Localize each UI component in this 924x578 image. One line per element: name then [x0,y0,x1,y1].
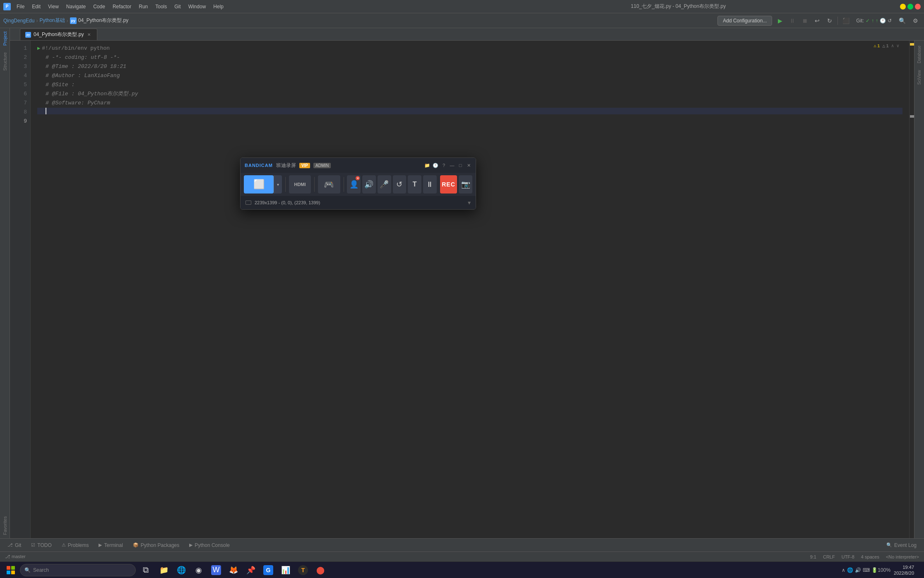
menu-git[interactable]: Git [171,3,184,10]
bandicam-maximize-button[interactable]: □ [457,162,463,168]
settings-arrow-button[interactable]: ↺ [393,175,407,193]
add-configuration-button[interactable]: Add Configuration... [717,16,772,26]
show-desktop-button[interactable] [917,563,921,577]
file-explorer-button[interactable]: 📁 [156,563,172,578]
line-9-indent [37,108,46,114]
tray-input-icon[interactable]: ⌨ [863,567,870,573]
collapse-warnings-button[interactable]: ∨ [896,41,899,51]
line-7-indent [37,99,46,108]
edge-button[interactable]: 🌐 [173,563,190,578]
git-arrow-icon: ↑ [876,18,878,24]
cursor-position-status[interactable]: 9:1 [808,554,818,559]
hdmi-mode-button[interactable]: HDMI [289,175,311,193]
reload-button[interactable]: ↻ [824,15,835,26]
tray-expand-icon[interactable]: ∧ [842,567,845,573]
bottom-tab-problems[interactable]: ⚠ Problems [58,539,93,551]
menu-file[interactable]: File [13,3,28,10]
text-overlay-button[interactable]: T [408,175,421,193]
mic-button[interactable]: 🎤 [378,175,391,193]
start-button[interactable] [3,563,18,578]
expand-status-button[interactable]: ▾ [468,199,471,206]
sidebar-item-structure[interactable]: Structure [2,49,8,74]
breadcrumb-root[interactable]: QingDengEdu [3,18,34,24]
tray-network-icon[interactable]: 🌐 [847,567,853,573]
code-line-9[interactable] [37,108,902,114]
rerun-button[interactable]: ↩ [812,15,823,26]
volume-button[interactable]: 🔊 [362,175,376,193]
game-mode-button[interactable]: 🎮 [318,175,340,193]
chrome-button[interactable]: ◉ [190,563,207,578]
interpreter-status[interactable]: <No interpreter> [884,554,921,559]
bottom-tab-terminal[interactable]: ▶ Terminal [94,539,127,551]
line-5-content: # @Site : [46,80,75,89]
tray-speaker-icon[interactable]: 🔊 [855,567,861,573]
bandicam-close-button[interactable]: ✕ [466,162,472,168]
code-content[interactable]: ⚠ 1 △ 1 ∧ ∨ ▶ #!/usr/bin/env python [31,41,909,538]
search-everywhere-button[interactable]: 🔍 [897,15,907,26]
encoding-status[interactable]: UTF-8 [840,554,856,559]
menu-view[interactable]: View [45,3,62,10]
app-button-7[interactable]: ⬤ [312,563,329,578]
menu-edit[interactable]: Edit [29,3,44,10]
sidebar-item-favorites[interactable]: Favorites [2,513,8,538]
screen-capture-dropdown[interactable]: ▾ [274,175,282,193]
menu-tools[interactable]: Tools [152,3,170,10]
line-num-2: 2 [10,53,27,62]
webcam-button[interactable]: 👤 ✕ [347,175,361,193]
screen-capture-button[interactable]: ⬜ [244,175,274,193]
line-separator-status[interactable]: CRLF [821,554,837,559]
app-button-3[interactable]: 📌 [243,563,259,578]
menu-navigate[interactable]: Navigate [63,3,89,10]
task-view-button[interactable]: ⧉ [137,563,154,578]
app-button-1[interactable]: W [208,563,224,578]
app-button-2[interactable]: 🦊 [225,563,242,578]
close-button[interactable] [915,4,921,10]
bandicam-help-icon[interactable]: ? [441,162,447,168]
tab-close-button[interactable]: ✕ [86,32,92,38]
run-button[interactable]: ▶ [775,15,785,26]
bandicam-folder-icon[interactable]: 📁 [424,162,430,168]
app-button-4[interactable]: G [260,563,277,578]
windows-taskbar: 🔍 Search ⧉ 📁 🌐 ◉ W 🦊 📌 G 📊 [0,561,924,578]
bottom-tab-python-packages[interactable]: 📦 Python Packages [129,539,183,551]
record-button[interactable]: REC [440,175,457,193]
menu-window[interactable]: Window [185,3,209,10]
editor-warning-bar: ⚠ 1 △ 1 ∧ ∨ [873,41,899,51]
bandicam-logo: BANDICAM [245,163,273,168]
breadcrumb-middle[interactable]: Python基础 [39,17,65,24]
suspend-button[interactable]: ⏸ [787,15,798,26]
maximize-button[interactable] [907,4,913,10]
taskbar-search-box[interactable]: 🔍 Search [20,564,136,576]
minimize-button[interactable] [900,4,906,10]
bottom-tab-git[interactable]: ⎇ Git [3,539,25,551]
screenshot-button[interactable]: 📷 [459,175,472,193]
menu-help[interactable]: Help [210,3,227,10]
indent-status[interactable]: 4 spaces [859,554,881,559]
bottom-tab-todo[interactable]: ☑ TODO [27,539,55,551]
git-branch-status[interactable]: ⎇ master [3,554,27,559]
code-editor-area[interactable]: ⚠ 1 △ 1 ∧ ∨ ▶ #!/usr/bin/env python [31,41,914,538]
sidebar-database-label[interactable]: Database [916,44,922,65]
stop-button[interactable]: ⏹ [799,15,810,26]
settings-button[interactable]: ⚙ [910,15,921,26]
app-button-6[interactable]: T [295,563,311,578]
sidebar-sciview-label[interactable]: SciView [916,68,922,86]
menu-run[interactable]: Run [135,3,151,10]
pause-rec-button[interactable]: ⏸ [423,175,437,193]
line-2-indent [37,53,46,62]
app-button-5[interactable]: 📊 [277,563,294,578]
stop-process-button[interactable]: ⬛ [840,15,851,26]
sidebar-item-project[interactable]: Project [2,28,8,49]
menu-code[interactable]: Code [90,3,108,10]
git-check-icon: ✓ [866,18,870,24]
system-clock[interactable]: 19:47 2022/8/20 [892,564,916,576]
bandicam-time-icon[interactable]: 🕐 [433,162,438,168]
event-log-button[interactable]: 🔍 Event Log [882,539,921,551]
gutter-warning-marker [910,43,914,46]
expand-warnings-button[interactable]: ∧ [891,41,894,51]
menu-refactor[interactable]: Refactor [109,3,135,10]
tab-main-file[interactable]: py 04_Python布尔类型.py ✕ [20,29,97,40]
bottom-tab-python-console[interactable]: ▶ Python Console [185,539,234,551]
app-icon-1: W [211,565,221,575]
bandicam-minimize-button[interactable]: — [449,162,455,168]
